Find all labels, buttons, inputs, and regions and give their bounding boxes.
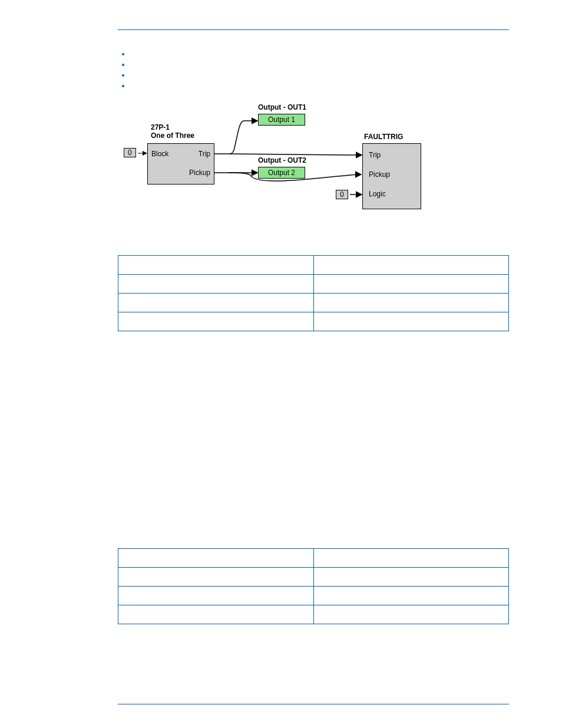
table-cell: [313, 549, 509, 568]
port-trip: Trip: [199, 150, 210, 158]
bullet-list: [118, 49, 509, 90]
bullet-item: [131, 49, 509, 58]
settings-table-1: [118, 255, 509, 331]
table-cell: [313, 587, 509, 605]
faulttrig-title: FAULTTRIG: [364, 133, 403, 141]
table-cell: [118, 568, 314, 587]
fault-port-logic: Logic: [369, 190, 386, 198]
table-cell: [313, 294, 509, 312]
block-27p-line1: 27P-1: [151, 123, 170, 131]
table-cell: [118, 605, 314, 624]
bottom-divider: [118, 704, 509, 704]
block-27p: Block Trip Pickup: [147, 143, 214, 185]
output2-box: Output 2: [258, 167, 305, 179]
table-cell: [118, 275, 314, 294]
table-cell: [118, 256, 314, 275]
table-cell: [313, 312, 509, 331]
table-cell: [118, 312, 314, 331]
zero-input-2: 0: [336, 190, 348, 199]
port-pickup: Pickup: [189, 169, 210, 177]
fault-port-pickup: Pickup: [369, 170, 390, 179]
table-cell: [313, 256, 509, 275]
bullet-item: [131, 60, 509, 69]
table-cell: [118, 294, 314, 312]
table-cell: [313, 605, 509, 624]
table-cell: [313, 568, 509, 587]
fault-port-trip: Trip: [369, 151, 381, 159]
top-divider: [118, 29, 509, 30]
settings-table-2: [118, 548, 509, 624]
block-27p-title: 27P-1 One of Three: [151, 123, 194, 140]
block-27p-line2: One of Three: [151, 131, 194, 140]
table-cell: [118, 587, 314, 605]
output2-label: Output - OUT2: [258, 156, 306, 164]
output1-label: Output - OUT1: [258, 103, 306, 111]
table-cell: [313, 275, 509, 294]
table-cell: [118, 549, 314, 568]
faulttrig-block: Trip Pickup Logic: [362, 143, 421, 209]
bullet-item: [131, 81, 509, 90]
port-block: Block: [151, 150, 168, 158]
output1-box: Output 1: [258, 114, 305, 126]
logic-diagram: 27P-1 One of Three Block Trip Pickup 0 O…: [118, 97, 424, 215]
zero-input-1: 0: [124, 148, 136, 157]
bullet-item: [131, 70, 509, 80]
